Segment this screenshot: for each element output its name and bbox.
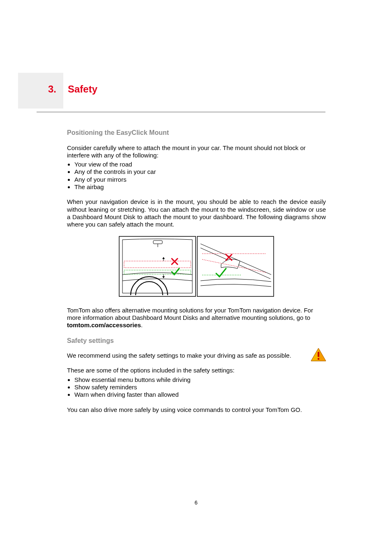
svg-rect-1	[153, 240, 162, 244]
warning-icon	[310, 347, 327, 364]
safety-bullet-list: Show essential menu buttons while drivin…	[67, 376, 326, 399]
svg-rect-20	[318, 352, 319, 357]
list-item: Warn when driving faster than allowed	[74, 391, 326, 398]
safety-intro: We recommend using the safety settings t…	[67, 352, 305, 359]
mount-bullet-list: Your view of the road Any of the control…	[67, 161, 326, 191]
chapter-number: 3.	[48, 83, 56, 95]
chapter-title: Safety	[68, 83, 97, 95]
diagram-front-view	[119, 236, 196, 296]
content-column: Positioning the EasyClick Mount Consider…	[67, 129, 326, 421]
section-heading-positioning: Positioning the EasyClick Mount	[67, 129, 326, 137]
safety-outro: You can also drive more safely by using …	[67, 406, 326, 414]
page-number: 6	[0, 500, 392, 506]
options-intro: These are some of the options included i…	[67, 367, 326, 374]
list-item: Any of the controls in your car	[74, 168, 326, 176]
intro-paragraph: Consider carefully where to attach the m…	[67, 144, 326, 160]
outro-text-prefix: TomTom also offers alternative mounting …	[67, 307, 313, 321]
chapter-banner	[18, 73, 63, 109]
accessories-link[interactable]: tomtom.com/accessories	[67, 321, 141, 328]
list-item: Your view of the road	[74, 161, 326, 168]
body-paragraph: When your navigation device is in the mo…	[67, 198, 326, 228]
title-underline	[37, 112, 325, 112]
outro-paragraph: TomTom also offers alternative mounting …	[67, 307, 326, 329]
list-item: Any of your mirrors	[74, 176, 326, 183]
section-heading-safety: Safety settings	[67, 337, 326, 345]
list-item: The airbag	[74, 183, 326, 191]
list-item: Show safety reminders	[74, 384, 326, 391]
list-item: Show essential menu buttons while drivin…	[74, 376, 326, 384]
mount-diagram	[118, 236, 274, 299]
page: 3. Safety Positioning the EasyClick Moun…	[0, 0, 392, 555]
diagram-side-view	[197, 236, 274, 296]
safety-settings-block: Safety settings We recommend using the s…	[67, 337, 326, 360]
outro-text-suffix: .	[141, 321, 143, 328]
svg-rect-21	[318, 358, 319, 360]
